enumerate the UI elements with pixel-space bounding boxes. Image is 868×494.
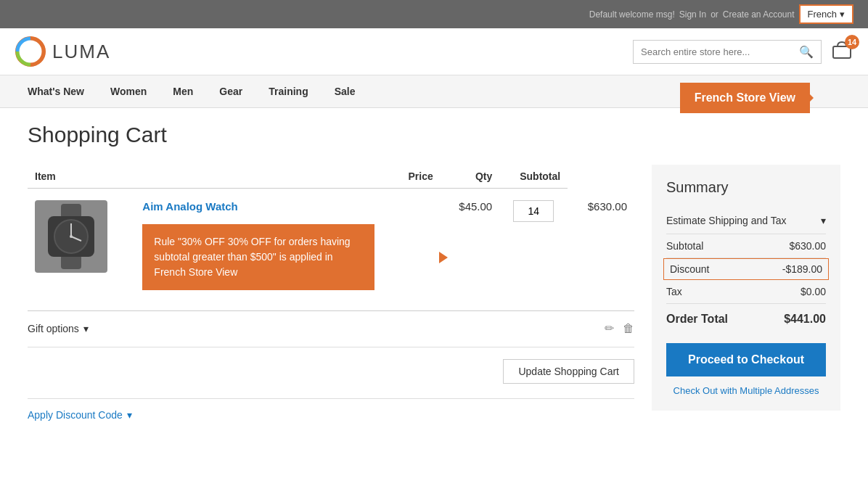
logo-link[interactable]: LUMA bbox=[15, 36, 110, 67]
language-selector[interactable]: French ▾ bbox=[799, 4, 853, 24]
nav-men[interactable]: Men bbox=[160, 75, 206, 107]
product-qty-cell bbox=[499, 189, 568, 302]
edit-icon[interactable]: ✏ bbox=[605, 321, 614, 335]
update-cart-row: Update Shopping Cart bbox=[28, 347, 634, 384]
top-bar: Default welcome msg! Sign In or Create a… bbox=[0, 0, 868, 28]
cart-table: Item Price Qty Subtotal bbox=[28, 165, 634, 302]
nav-sale[interactable]: Sale bbox=[322, 75, 369, 107]
discount-value: -$189.00 bbox=[782, 263, 822, 275]
welcome-msg: Default welcome msg! bbox=[589, 9, 675, 20]
multi-address-link[interactable]: Check Out with Multiple Addresses bbox=[666, 385, 826, 396]
discount-label: Discount bbox=[670, 263, 709, 275]
cart-count: 14 bbox=[845, 35, 859, 49]
product-subtotal: $630.00 bbox=[568, 189, 634, 302]
discount-code-section: Apply Discount Code ▾ bbox=[28, 398, 634, 421]
nav-women[interactable]: Women bbox=[97, 75, 160, 107]
product-image-cell bbox=[28, 189, 135, 302]
search-icon[interactable]: 🔍 bbox=[799, 45, 814, 59]
subtotal-label: Subtotal bbox=[666, 240, 703, 252]
col-price: Price bbox=[135, 165, 440, 189]
cart-layout: Item Price Qty Subtotal bbox=[28, 165, 840, 421]
nav-training[interactable]: Training bbox=[255, 75, 321, 107]
quantity-input[interactable] bbox=[513, 200, 554, 222]
estimate-shipping-label: Estimate Shipping and Tax bbox=[666, 215, 787, 226]
svg-point-10 bbox=[70, 235, 73, 238]
page-content: Shopping Cart Item Price Qty Subtotal bbox=[13, 108, 855, 435]
table-row: Aim Analog Watch Rule "30% OFF 30% OFF f… bbox=[28, 189, 634, 302]
order-total-row: Order Total $441.00 bbox=[666, 304, 826, 332]
apply-discount-button[interactable]: Apply Discount Code ▾ bbox=[28, 409, 132, 421]
delete-icon[interactable]: 🗑 bbox=[623, 322, 634, 335]
bottom-actions: ✏ 🗑 bbox=[605, 321, 634, 335]
subtotal-row: Subtotal $630.00 bbox=[666, 234, 826, 258]
cart-main: Item Price Qty Subtotal bbox=[28, 165, 634, 421]
nav-gear[interactable]: Gear bbox=[206, 75, 255, 107]
col-subtotal: Subtotal bbox=[499, 165, 568, 189]
product-name-link[interactable]: Aim Analog Watch bbox=[142, 200, 237, 213]
create-account-link[interactable]: Create an Account bbox=[723, 9, 795, 20]
product-price: $45.00 bbox=[441, 189, 499, 302]
tax-label: Tax bbox=[666, 286, 682, 297]
language-chevron-icon: ▾ bbox=[840, 9, 845, 20]
gift-options-button[interactable]: Gift options ▾ bbox=[28, 323, 89, 334]
gift-options-chevron-icon: ▾ bbox=[83, 323, 89, 334]
rule-callout: Rule "30% OFF 30% OFF for orders having … bbox=[142, 224, 374, 290]
subtotal-value: $630.00 bbox=[789, 240, 826, 252]
cart-icon-wrap[interactable]: 14 bbox=[830, 39, 853, 65]
tax-value: $0.00 bbox=[801, 286, 826, 297]
or-separator: or bbox=[711, 9, 718, 20]
order-total-label: Order Total bbox=[666, 313, 728, 326]
estimate-shipping-row[interactable]: Estimate Shipping and Tax ▾ bbox=[666, 207, 826, 234]
french-store-tooltip: French Store View bbox=[680, 83, 810, 113]
site-header: LUMA French Store View 🔍 14 bbox=[0, 28, 868, 75]
logo-text: LUMA bbox=[52, 41, 110, 63]
estimate-shipping-chevron-icon: ▾ bbox=[821, 215, 826, 226]
update-cart-button[interactable]: Update Shopping Cart bbox=[503, 359, 634, 384]
gift-options-label: Gift options bbox=[28, 323, 79, 334]
cart-bottom: Gift options ▾ ✏ 🗑 bbox=[28, 310, 634, 335]
product-name-cell: Aim Analog Watch Rule "30% OFF 30% OFF f… bbox=[135, 189, 440, 302]
discount-label: Apply Discount Code bbox=[28, 409, 123, 421]
summary-title: Summary bbox=[666, 179, 826, 196]
tax-row: Tax $0.00 bbox=[666, 280, 826, 304]
signin-link[interactable]: Sign In bbox=[679, 9, 706, 20]
language-label: French bbox=[808, 9, 837, 20]
logo-icon bbox=[15, 36, 46, 67]
page-title: Shopping Cart bbox=[28, 123, 840, 147]
proceed-to-checkout-button[interactable]: Proceed to Checkout bbox=[666, 343, 826, 376]
col-item: Item bbox=[28, 165, 135, 189]
header-right: French Store View 🔍 14 bbox=[633, 39, 853, 65]
discount-chevron-icon: ▾ bbox=[127, 409, 132, 421]
search-box: 🔍 bbox=[633, 40, 822, 64]
nav-whats-new[interactable]: What's New bbox=[15, 75, 97, 107]
discount-row: Discount -$189.00 bbox=[663, 258, 829, 280]
search-input[interactable] bbox=[641, 46, 799, 57]
cart-summary: Summary Estimate Shipping and Tax ▾ Subt… bbox=[652, 165, 840, 411]
product-image bbox=[35, 200, 107, 273]
col-qty: Qty bbox=[441, 165, 499, 189]
order-total-value: $441.00 bbox=[784, 313, 826, 326]
